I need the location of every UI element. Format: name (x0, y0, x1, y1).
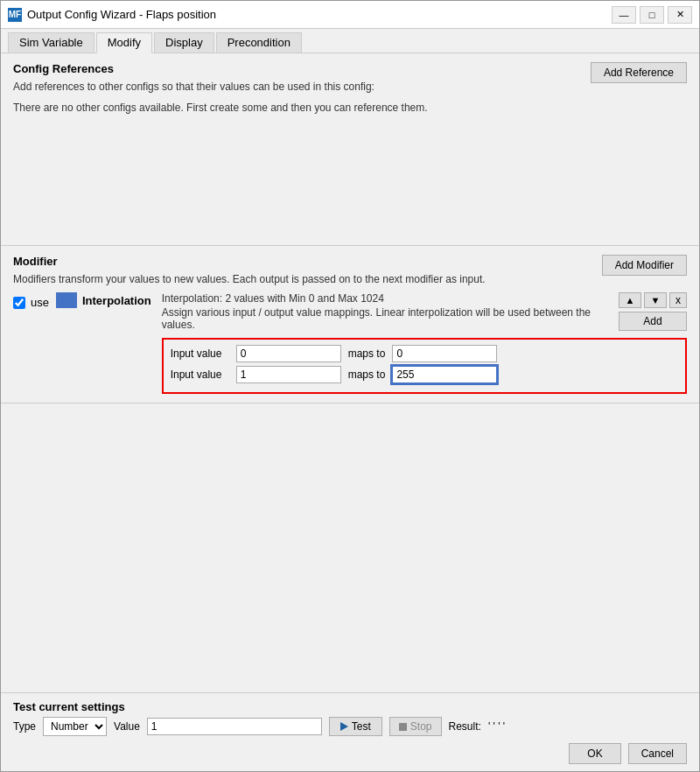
test-button-label: Test (352, 720, 371, 733)
use-checkbox-area: use (13, 296, 49, 309)
output-value-0[interactable] (392, 345, 497, 362)
remove-interpolation-button[interactable]: x (669, 292, 687, 308)
type-label: Type (13, 720, 36, 733)
no-configs-message: There are no other configs available. Fi… (13, 102, 687, 114)
test-section-title: Test current settings (13, 700, 687, 713)
content-area: Config References Add references to othe… (1, 53, 699, 771)
close-button[interactable]: ✕ (668, 6, 692, 24)
value-input[interactable] (147, 718, 322, 735)
stop-button[interactable]: Stop (389, 717, 442, 736)
result-value: ' ' ' ' (488, 720, 505, 733)
interp-sub-description: Assign various input / output value mapp… (162, 306, 612, 331)
bottom-bar: Test current settings Type Number String… (1, 692, 699, 771)
move-down-button[interactable]: ▼ (644, 292, 667, 308)
window-controls: — □ ✕ (612, 6, 692, 24)
tab-bar: Sim Variable Modify Display Precondition (1, 29, 699, 53)
interp-description: Interpolation: 2 values with Min 0 and M… (162, 292, 612, 305)
modifier-text-block: Modifier Modifiers transform your values… (13, 255, 486, 285)
config-references-title: Config References (13, 62, 573, 75)
stop-button-label: Stop (410, 720, 432, 733)
output-value-1[interactable] (392, 366, 497, 383)
interp-action-buttons: ▲ ▼ x Add (619, 292, 687, 331)
test-button[interactable]: Test (329, 717, 382, 736)
type-select[interactable]: Number String (43, 717, 107, 736)
tab-sim-variable[interactable]: Sim Variable (8, 32, 94, 53)
interpolation-color-box (56, 292, 77, 308)
interp-descriptions: Interpolation: 2 values with Min 0 and M… (162, 292, 612, 336)
modifier-description: Modifiers transform your values to new v… (13, 273, 486, 285)
main-window: MF Output Config Wizard - Flaps position… (0, 0, 700, 772)
interpolation-container: use Interpolation Interpolation: 2 value… (13, 292, 687, 394)
window-title: Output Config Wizard - Flaps position (27, 8, 612, 21)
tab-display[interactable]: Display (154, 32, 214, 53)
ok-cancel-row: OK Cancel (13, 743, 687, 764)
interp-top: Interpolation: 2 values with Min 0 and M… (162, 292, 687, 336)
cancel-button[interactable]: Cancel (628, 743, 687, 764)
stop-icon (399, 723, 407, 731)
config-ref-header: Config References Add references to othe… (13, 62, 687, 96)
input-label-1: Input value (171, 368, 236, 381)
config-references-description: Add references to other configs so that … (13, 81, 573, 93)
input-value-1[interactable] (236, 366, 341, 383)
tab-precondition[interactable]: Precondition (216, 32, 302, 53)
mapping-row-0: Input value maps to (171, 345, 678, 362)
mapping-rows-container: Input value maps to Input value maps to (162, 338, 687, 394)
move-up-button[interactable]: ▲ (619, 292, 641, 308)
interpolation-right-panel: Interpolation: 2 values with Min 0 and M… (162, 292, 687, 394)
config-references-section: Config References Add references to othe… (1, 53, 699, 246)
input-value-0[interactable] (236, 345, 341, 362)
modifier-header: Modifier Modifiers transform your values… (13, 255, 687, 285)
minimize-button[interactable]: — (612, 6, 636, 24)
maps-to-label-1: maps to (348, 368, 386, 381)
ok-button[interactable]: OK (569, 743, 620, 764)
interp-nav-buttons: ▲ ▼ x (619, 292, 687, 308)
mapping-row-1: Input value maps to (171, 366, 678, 383)
spacer (1, 404, 699, 692)
input-label-0: Input value (171, 347, 236, 360)
maximize-button[interactable]: □ (640, 6, 664, 24)
interpolation-label: Interpolation (82, 294, 151, 307)
add-reference-button[interactable]: Add Reference (591, 62, 687, 83)
use-label: use (31, 296, 49, 309)
add-modifier-button[interactable]: Add Modifier (602, 255, 687, 276)
config-ref-text: Config References Add references to othe… (13, 62, 573, 96)
app-icon: MF (8, 8, 22, 22)
use-checkbox[interactable] (13, 297, 25, 309)
result-label: Result: (449, 720, 481, 733)
add-mapping-button[interactable]: Add (619, 312, 687, 331)
title-bar: MF Output Config Wizard - Flaps position… (1, 1, 699, 29)
maps-to-label-0: maps to (348, 347, 386, 360)
modifier-section: Modifier Modifiers transform your values… (1, 246, 699, 404)
play-icon (340, 722, 348, 731)
modifier-title: Modifier (13, 255, 486, 268)
tab-modify[interactable]: Modify (96, 32, 152, 53)
value-label: Value (114, 720, 140, 733)
test-row: Type Number String Value Test Stop Resul… (13, 717, 687, 736)
